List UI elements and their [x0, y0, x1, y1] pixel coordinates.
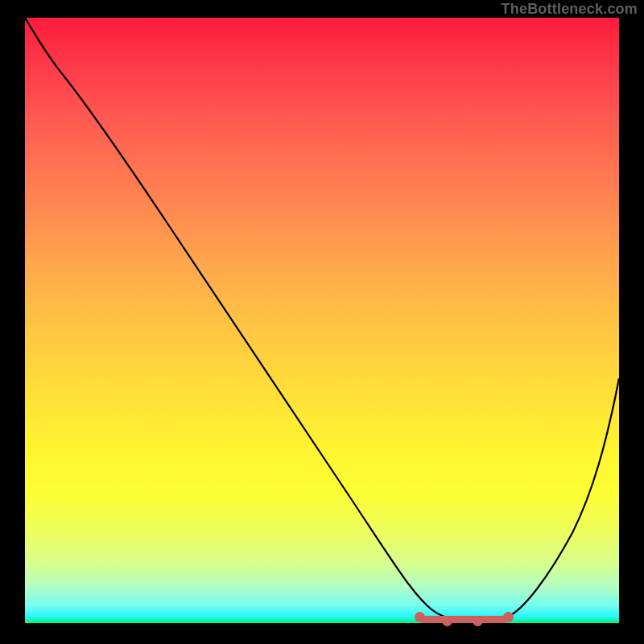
optimal-region-end-dot: [503, 612, 514, 622]
bottleneck-curve-path: [25, 18, 619, 620]
plot-area: [25, 18, 619, 623]
watermark-label: TheBottleneck.com: [502, 1, 638, 18]
optimal-region-start-dot: [415, 612, 425, 622]
curve-layer: [25, 18, 619, 623]
chart-container: TheBottleneck.com: [0, 0, 644, 644]
optimal-region-mid-dot-1: [442, 616, 452, 626]
optimal-region-bar: [419, 616, 508, 623]
optimal-region-mid-dot-2: [473, 616, 483, 626]
